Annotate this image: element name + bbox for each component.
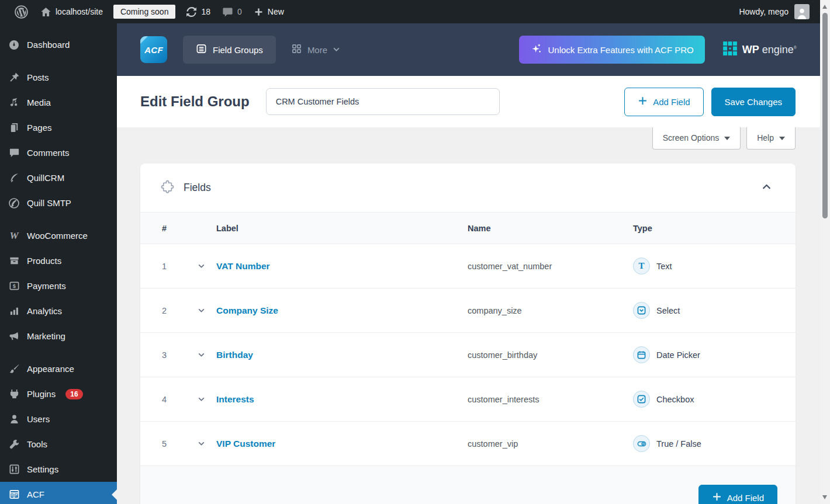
plugins-badge: 16	[65, 389, 82, 399]
plug-icon	[8, 388, 20, 399]
field-name: customer_interests	[468, 395, 633, 404]
sidebar-item-woocommerce[interactable]: W WooCommerce	[0, 223, 117, 248]
field-type: True / False	[656, 439, 701, 449]
col-number: #	[162, 224, 193, 233]
scroll-down-arrow[interactable]	[822, 495, 827, 499]
expand-row-button[interactable]	[193, 347, 209, 363]
comments-link[interactable]: 0	[216, 0, 248, 23]
howdy-text[interactable]: Howdy, mego	[739, 7, 788, 16]
fields-panel: Fields # Label Name Type 1 VAT Number cu…	[140, 164, 796, 504]
dashboard-icon	[8, 39, 20, 51]
field-label-link[interactable]: Interests	[216, 394, 468, 405]
field-label-link[interactable]: Company Size	[216, 305, 468, 316]
expand-row-button[interactable]	[193, 391, 209, 408]
grid-icon	[291, 43, 302, 56]
user-icon	[8, 413, 20, 425]
bar-chart-icon	[8, 305, 20, 317]
site-link[interactable]: localhost/site	[34, 0, 109, 23]
sidebar-item-payments[interactable]: $ Payments	[0, 273, 117, 298]
field-type: Checkbox	[656, 395, 694, 404]
page-scrollbar[interactable]	[820, 0, 830, 504]
comments-icon	[8, 147, 20, 158]
expand-row-button[interactable]	[193, 303, 209, 319]
col-label: Label	[216, 224, 468, 233]
screen-meta-row: Screen Options Help	[117, 127, 820, 150]
coming-soon-badge[interactable]: Coming soon	[113, 5, 176, 19]
more-menu[interactable]: More	[291, 43, 340, 56]
select-type-icon	[633, 302, 650, 319]
wp-admin-bar: localhost/site Coming soon 18 0 New Howd…	[0, 0, 820, 23]
settings-icon	[8, 464, 20, 475]
update-icon	[186, 6, 197, 18]
main-content: ACF Field Groups More Unlock Extra Featu…	[117, 23, 820, 504]
sidebar-item-tools[interactable]: Tools	[0, 432, 117, 457]
add-field-button[interactable]: Add Field	[624, 88, 703, 116]
field-groups-icon	[196, 43, 207, 56]
sidebar-item-settings[interactable]: Settings	[0, 457, 117, 482]
fields-panel-title: Fields	[184, 182, 211, 194]
sidebar-item-marketing[interactable]: Marketing	[0, 324, 117, 349]
page-header: Edit Field Group Add Field Save Changes	[117, 76, 820, 127]
col-type: Type	[633, 224, 796, 233]
fields-panel-footer: Add Field	[140, 466, 796, 504]
help-tab[interactable]: Help	[746, 127, 796, 150]
sidebar-item-pages[interactable]: Pages	[0, 115, 117, 140]
sidebar-item-appearance[interactable]: Appearance	[0, 356, 117, 381]
sidebar-item-products[interactable]: Products	[0, 248, 117, 273]
field-label-link[interactable]: VAT Number	[216, 261, 468, 272]
quill-smtp-icon	[8, 197, 20, 209]
calendar-type-icon	[633, 346, 650, 363]
field-name: customer_birthday	[468, 350, 633, 360]
scroll-up-arrow[interactable]	[822, 5, 827, 9]
field-label-link[interactable]: Birthday	[216, 350, 468, 360]
sidebar-item-quillsmtp[interactable]: Quill SMTP	[0, 190, 117, 215]
acf-logo[interactable]: ACF	[140, 36, 167, 63]
field-label-link[interactable]: VIP Customer	[216, 439, 468, 449]
row-number: 1	[162, 262, 193, 271]
wpengine-wp-text: WP	[742, 44, 759, 55]
expand-row-button[interactable]	[193, 436, 209, 452]
collapse-panel-button[interactable]	[758, 178, 776, 198]
wp-engine-grid-icon	[722, 41, 738, 58]
home-icon	[40, 6, 51, 18]
save-changes-button[interactable]: Save Changes	[711, 88, 796, 116]
updates-link[interactable]: 18	[180, 0, 216, 23]
wpengine-reg-mark: ®	[794, 46, 797, 50]
expand-row-button[interactable]	[193, 258, 209, 274]
box-icon	[8, 255, 20, 266]
field-group-title-input[interactable]	[266, 88, 500, 115]
chevron-down-icon	[333, 45, 340, 55]
puzzle-icon	[160, 179, 175, 196]
wrench-icon	[8, 439, 20, 450]
payments-icon: $	[8, 280, 20, 291]
field-groups-tab[interactable]: Field Groups	[183, 36, 276, 64]
caret-down-icon	[779, 137, 785, 140]
comment-count: 0	[237, 7, 242, 16]
table-header: # Label Name Type	[140, 212, 796, 244]
sidebar-item-quillcrm[interactable]: QuillCRM	[0, 165, 117, 190]
row-number: 4	[162, 395, 193, 404]
wordpress-logo-icon	[14, 5, 29, 19]
scrollbar-thumb[interactable]	[822, 13, 828, 218]
screen-options-tab[interactable]: Screen Options	[652, 127, 741, 150]
unlock-pro-button[interactable]: Unlock Extra Features with ACF PRO	[519, 36, 705, 64]
add-field-button-footer[interactable]: Add Field	[698, 485, 777, 504]
avatar[interactable]	[794, 4, 810, 19]
sidebar-item-analytics[interactable]: Analytics	[0, 298, 117, 324]
sidebar-item-comments[interactable]: Comments	[0, 140, 117, 165]
sidebar-item-plugins[interactable]: Plugins 16	[0, 381, 117, 406]
sidebar-item-dashboard[interactable]: Dashboard	[0, 32, 117, 57]
update-count: 18	[201, 7, 210, 16]
sidebar-item-users[interactable]: Users	[0, 406, 117, 432]
sidebar-item-acf[interactable]: ACF	[0, 482, 117, 504]
acf-menu-icon	[8, 489, 20, 500]
wp-logo-menu[interactable]	[8, 0, 34, 23]
field-type: Select	[656, 306, 680, 315]
wpengine-engine-text: engine	[762, 44, 794, 55]
sidebar-item-media[interactable]: Media	[0, 90, 117, 115]
wp-engine-logo[interactable]: WP engine®	[722, 41, 797, 58]
acf-toolbar: ACF Field Groups More Unlock Extra Featu…	[117, 23, 820, 76]
plus-icon	[712, 492, 722, 503]
new-content-link[interactable]: New	[248, 0, 290, 23]
sidebar-item-posts[interactable]: Posts	[0, 65, 117, 90]
